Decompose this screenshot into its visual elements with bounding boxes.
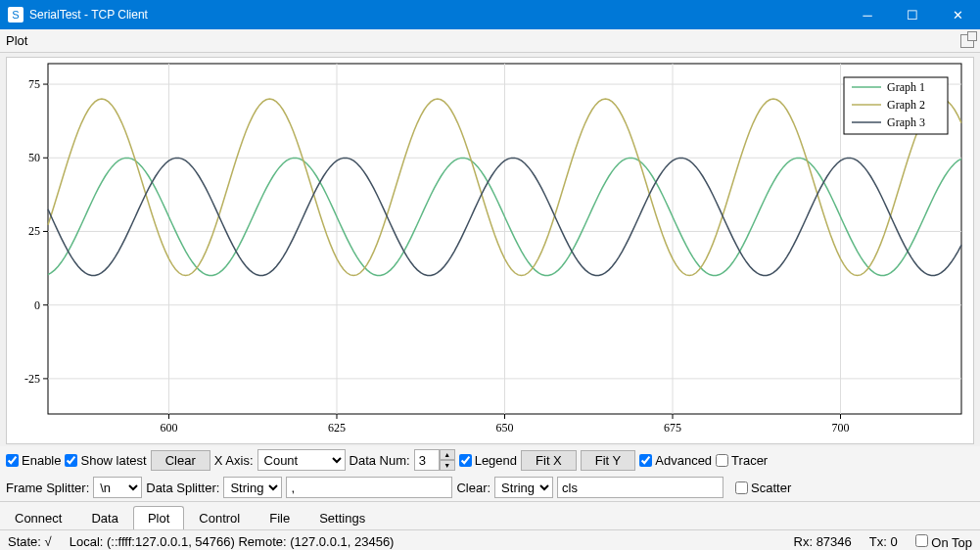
tab-connect[interactable]: Connect: [0, 506, 76, 529]
svg-text:-25: -25: [24, 372, 40, 386]
clear-button[interactable]: Clear: [151, 450, 210, 471]
plot-label: Plot: [6, 33, 27, 48]
plot-canvas[interactable]: 600625650675700-250255075Graph 1Graph 2G…: [6, 57, 974, 444]
fit-x-button[interactable]: Fit X: [521, 450, 577, 471]
svg-text:75: 75: [28, 77, 40, 91]
tab-plot[interactable]: Plot: [133, 506, 184, 529]
xaxis-select[interactable]: Count: [257, 449, 346, 471]
status-bar: State: √ Local: (::ffff:127.0.0.1, 54766…: [0, 529, 980, 550]
svg-text:675: 675: [664, 421, 681, 435]
data-splitter-mode[interactable]: String: [223, 477, 282, 498]
svg-text:Graph 3: Graph 3: [887, 115, 925, 129]
svg-text:700: 700: [832, 421, 850, 435]
popout-icon[interactable]: [960, 34, 974, 48]
minimize-button[interactable]: ─: [845, 0, 890, 29]
clear-mode-select[interactable]: String: [494, 477, 553, 498]
data-num-spinner[interactable]: ▲▼: [414, 449, 455, 471]
tab-data[interactable]: Data: [76, 506, 132, 529]
frame-splitter-select[interactable]: \n: [93, 477, 142, 498]
svg-text:600: 600: [160, 421, 177, 435]
endpoints-cell: Local: (::ffff:127.0.0.1, 54766) Remote:…: [70, 534, 395, 549]
state-cell: State: √: [8, 534, 52, 549]
data-splitter-label: Data Splitter:: [146, 481, 219, 495]
svg-text:50: 50: [28, 151, 40, 164]
svg-text:0: 0: [34, 298, 40, 312]
close-button[interactable]: ✕: [935, 0, 980, 29]
tracer-checkbox[interactable]: Tracer: [716, 453, 768, 468]
fit-y-button[interactable]: Fit Y: [581, 450, 636, 471]
tab-file[interactable]: File: [255, 506, 304, 529]
svg-text:Graph 1: Graph 1: [887, 80, 925, 94]
tx-cell: Tx: 0: [869, 534, 898, 549]
scatter-checkbox[interactable]: Scatter: [735, 481, 791, 495]
tab-control[interactable]: Control: [184, 506, 255, 529]
data-num-label: Data Num:: [350, 453, 410, 468]
xaxis-label: X Axis:: [214, 453, 254, 468]
main-tabs: ConnectDataPlotControlFileSettings: [0, 501, 980, 529]
legend-checkbox[interactable]: Legend: [459, 453, 517, 468]
window-title: SerialTest - TCP Client: [29, 8, 845, 22]
clear-input[interactable]: [557, 477, 723, 498]
svg-text:25: 25: [28, 224, 40, 238]
on-top-checkbox[interactable]: On Top: [915, 534, 972, 550]
plot-controls-row-1: Enable Show latest Clear X Axis: Count D…: [0, 446, 980, 474]
svg-text:625: 625: [328, 421, 346, 435]
plot-toolbar: Plot: [0, 29, 980, 53]
svg-text:Graph 2: Graph 2: [887, 98, 925, 112]
frame-splitter-label: Frame Splitter:: [6, 481, 89, 495]
data-splitter-input[interactable]: [286, 477, 452, 498]
window-titlebar: S SerialTest - TCP Client ─ ☐ ✕: [0, 0, 980, 29]
svg-text:650: 650: [496, 421, 514, 435]
show-latest-checkbox[interactable]: Show latest: [65, 453, 146, 468]
enable-checkbox[interactable]: Enable: [6, 453, 61, 468]
chevron-up-icon[interactable]: ▲: [440, 449, 455, 460]
chevron-down-icon[interactable]: ▼: [440, 460, 455, 471]
plot-controls-row-2: Frame Splitter: \n Data Splitter: String…: [0, 474, 980, 501]
tab-settings[interactable]: Settings: [304, 506, 380, 529]
clear-label: Clear:: [456, 481, 490, 495]
advanced-checkbox[interactable]: Advanced: [639, 453, 712, 468]
rx-cell: Rx: 87346: [794, 534, 852, 549]
maximize-button[interactable]: ☐: [890, 0, 935, 29]
app-icon: S: [8, 7, 23, 23]
